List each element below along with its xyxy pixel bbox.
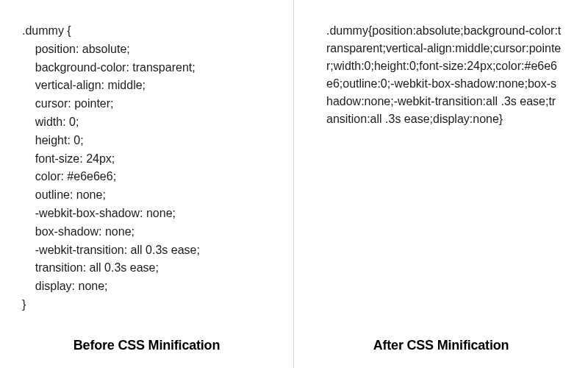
after-panel: .dummy{position:absolute;background-colo… bbox=[294, 0, 588, 368]
after-caption: After CSS Minification bbox=[316, 338, 566, 353]
before-code-block: .dummy { position: absolute; background-… bbox=[22, 22, 271, 326]
before-caption: Before CSS Minification bbox=[22, 338, 271, 353]
before-panel: .dummy { position: absolute; background-… bbox=[0, 0, 294, 368]
after-code-block: .dummy{position:absolute;background-colo… bbox=[316, 22, 566, 326]
